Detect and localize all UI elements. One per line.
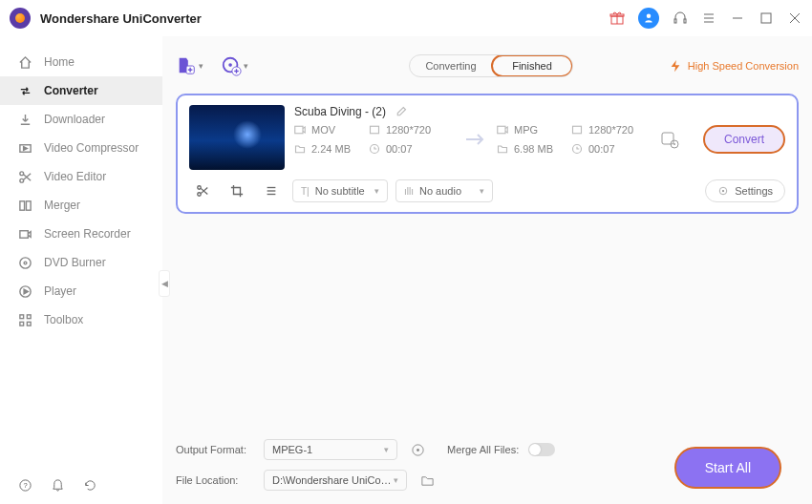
video-icon — [294, 124, 306, 136]
clock-icon — [369, 143, 380, 155]
window-minimize-icon[interactable] — [730, 10, 745, 26]
src-duration: 00:07 — [386, 143, 413, 155]
play-icon — [17, 284, 32, 299]
refresh-icon[interactable] — [82, 477, 97, 493]
svg-rect-22 — [19, 314, 23, 318]
content-area: ▾ ▾ Converting Finished High Speed Conve… — [162, 36, 812, 504]
sidebar-item-recorder[interactable]: Screen Recorder — [0, 220, 162, 248]
resolution-icon — [369, 124, 380, 136]
trim-button[interactable] — [189, 179, 216, 202]
src-format: MOV — [311, 124, 335, 136]
file-location-select[interactable]: D:\Wondershare UniConverter ▾ — [264, 470, 407, 491]
video-thumbnail[interactable] — [189, 105, 285, 170]
svg-point-3 — [647, 14, 652, 19]
chevron-down-icon: ▾ — [199, 61, 203, 71]
status-tabs: Converting Finished — [409, 54, 573, 77]
merge-toggle[interactable] — [528, 443, 555, 456]
format-settings-icon[interactable] — [407, 439, 428, 460]
titlebar: Wondershare UniConverter — [0, 0, 812, 36]
sidebar-item-compressor[interactable]: Video Compressor — [0, 134, 162, 162]
gift-icon[interactable] — [609, 10, 625, 26]
sidebar-item-label: DVD Burner — [44, 256, 106, 269]
menu-icon[interactable] — [701, 10, 716, 26]
dst-format: MPG — [514, 124, 538, 136]
open-folder-icon[interactable] — [417, 470, 438, 491]
app-title: Wondershare UniConverter — [40, 11, 202, 26]
footer: Output Format: MPEG-1 ▾ Merge All Files:… — [176, 430, 799, 504]
settings-button[interactable]: Settings — [705, 179, 785, 202]
svg-rect-4 — [674, 19, 676, 23]
app-logo — [10, 8, 31, 29]
file-title: Scuba Diving - (2) — [294, 105, 386, 118]
tab-converting[interactable]: Converting — [410, 55, 492, 76]
window-maximize-icon[interactable] — [759, 10, 774, 26]
svg-rect-10 — [761, 13, 771, 23]
home-icon — [17, 54, 32, 70]
user-avatar[interactable] — [638, 8, 659, 29]
svg-point-53 — [417, 449, 419, 452]
svg-rect-39 — [498, 126, 505, 134]
edit-icon[interactable] — [395, 106, 407, 117]
svg-point-45 — [198, 186, 202, 190]
sidebar-item-home[interactable]: Home — [0, 48, 162, 76]
svg-point-32 — [228, 63, 232, 67]
headset-icon[interactable] — [673, 10, 688, 26]
disc-icon — [17, 255, 32, 270]
output-format-select[interactable]: MPEG-1 ▾ — [264, 439, 397, 460]
folder-icon — [294, 143, 306, 155]
help-icon[interactable]: ? — [17, 477, 32, 493]
start-all-button[interactable]: Start All — [674, 447, 781, 489]
add-file-button[interactable]: ▾ — [176, 55, 203, 76]
sidebar-item-downloader[interactable]: Downloader — [0, 105, 162, 134]
sidebar-item-label: Video Compressor — [44, 141, 139, 155]
arrow-right-icon — [464, 132, 485, 147]
merge-label: Merge All Files: — [447, 444, 519, 455]
sidebar-item-toolbox[interactable]: Toolbox — [0, 305, 162, 334]
bell-icon[interactable] — [50, 477, 65, 493]
crop-button[interactable] — [224, 179, 250, 202]
chevron-down-icon: ▾ — [244, 61, 248, 71]
svg-rect-24 — [19, 322, 23, 326]
convert-button[interactable]: Convert — [703, 125, 785, 154]
dst-resolution: 1280*720 — [588, 124, 633, 136]
src-resolution: 1280*720 — [386, 124, 431, 136]
grid-icon — [17, 312, 32, 327]
sidebar-collapse-handle[interactable]: ◀ — [159, 270, 170, 297]
chevron-down-icon: ▾ — [374, 186, 379, 196]
subtitle-dropdown[interactable]: T| No subtitle ▾ — [292, 179, 388, 202]
high-speed-conversion-link[interactable]: High Speed Conversion — [669, 59, 799, 73]
svg-rect-18 — [19, 230, 27, 238]
svg-rect-42 — [662, 133, 673, 144]
svg-rect-36 — [295, 126, 303, 134]
output-settings-icon[interactable] — [660, 130, 679, 149]
svg-point-44 — [673, 143, 675, 145]
src-size: 2.24 MB — [311, 143, 351, 155]
sidebar-item-editor[interactable]: Video Editor — [0, 162, 162, 191]
sidebar-item-label: Home — [44, 55, 75, 69]
svg-text:?: ? — [23, 481, 27, 490]
sidebar-item-converter[interactable]: Converter — [0, 76, 162, 105]
gear-icon — [717, 185, 729, 197]
sidebar-item-player[interactable]: Player — [0, 277, 162, 305]
file-location-label: File Location: — [176, 474, 254, 486]
sidebar-item-label: Downloader — [44, 113, 105, 126]
download-icon — [17, 112, 32, 127]
lightning-icon — [669, 59, 682, 73]
svg-rect-25 — [27, 322, 31, 326]
more-button[interactable] — [258, 179, 285, 202]
recorder-icon — [17, 226, 32, 242]
svg-rect-23 — [27, 314, 31, 318]
svg-point-20 — [24, 262, 27, 264]
chevron-down-icon: ▾ — [480, 186, 484, 196]
sidebar-item-label: Video Editor — [44, 170, 106, 183]
sidebar-item-label: Merger — [44, 199, 80, 212]
svg-point-14 — [19, 171, 23, 175]
svg-point-51 — [722, 190, 724, 192]
sidebar-item-dvd[interactable]: DVD Burner — [0, 248, 162, 277]
tab-finished[interactable]: Finished — [491, 54, 573, 77]
audio-dropdown[interactable]: ıllı No audio ▾ — [395, 179, 493, 202]
sidebar-item-merger[interactable]: Merger — [0, 191, 162, 220]
window-close-icon[interactable] — [787, 10, 802, 26]
add-disc-button[interactable]: ▾ — [221, 55, 248, 76]
clock-icon — [571, 143, 583, 155]
